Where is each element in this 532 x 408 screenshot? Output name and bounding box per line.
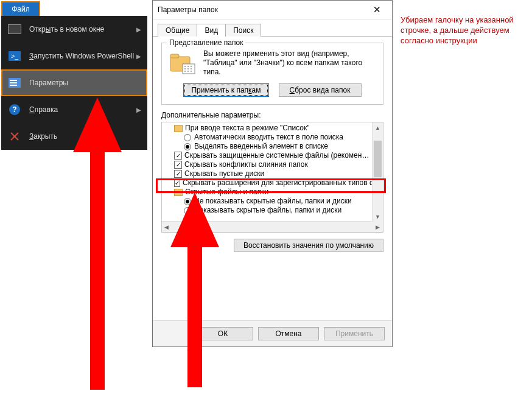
tree-radio[interactable]: Не показывать скрытые файлы, папки и дис… — [166, 197, 382, 206]
cancel-button[interactable]: Отмена — [258, 327, 319, 340]
checkbox-icon: ✓ — [174, 161, 182, 169]
close-icon — [7, 130, 22, 142]
restore-defaults-button[interactable]: Восстановить значения по умолчанию — [234, 239, 383, 252]
svg-point-13 — [187, 66, 189, 67]
submenu-chevron-icon: ▶ — [136, 26, 141, 33]
help-icon: ? — [7, 104, 22, 116]
tree-label: Не показывать скрытые файлы, папки и дис… — [194, 197, 352, 206]
menu-label: Справка — [29, 105, 58, 114]
tree-check[interactable]: ✓Скрывать пустые диски — [166, 169, 382, 178]
tree-label: Скрывать защищенные системные файлы (рек… — [184, 151, 369, 160]
advanced-label: Дополнительные параметры: — [161, 111, 383, 119]
menu-label: Запустить Windows PowerShell — [29, 52, 134, 60]
folder-views-group: Представление папок Вы можете применить … — [161, 43, 383, 105]
tree-node[interactable]: Скрытые файлы и папки — [166, 188, 382, 197]
scroll-up-icon[interactable]: ▲ — [373, 122, 383, 133]
svg-point-17 — [191, 68, 192, 69]
dialog-title: Параметры папок — [158, 5, 366, 14]
svg-rect-1 — [10, 80, 17, 81]
radio-icon — [184, 143, 191, 150]
checkbox-icon: ✓ — [174, 179, 180, 187]
tree-check[interactable]: ✓Скрывать защищенные системные файлы (ре… — [166, 151, 382, 160]
file-menu: Открыть в новом окне ▶ >_ Запустить Wind… — [1, 16, 147, 150]
tree-radio[interactable]: Выделять введенный элемент в списке — [166, 142, 382, 151]
tree-check-hide-extensions[interactable]: ✓Скрывать расширения для зарегистрирован… — [166, 178, 382, 188]
svg-rect-2 — [10, 82, 17, 83]
dialog-buttons: ОК Отмена Применить — [153, 320, 392, 346]
tabs: Общие Вид Поиск — [153, 22, 392, 37]
menu-item-help[interactable]: ? Справка ▶ — [1, 96, 147, 123]
tab-general[interactable]: Общие — [158, 24, 197, 37]
tab-search[interactable]: Поиск — [225, 24, 261, 37]
tree-label: При вводе текста в режиме "Список" — [185, 124, 310, 133]
tree-radio[interactable]: Показывать скрытые файлы, папки и диски — [166, 206, 382, 215]
scroll-down-icon[interactable]: ▼ — [373, 211, 383, 222]
window-icon — [7, 23, 22, 35]
svg-point-18 — [191, 71, 192, 72]
apply-to-folders-button[interactable]: Применить к папкам — [183, 83, 268, 97]
radio-icon — [184, 134, 191, 141]
scrollbar[interactable]: ▲ ▼ ▶ — [372, 122, 383, 232]
folder-icon — [174, 125, 183, 132]
tree-node[interactable]: При вводе текста в режиме "Список" — [166, 124, 382, 133]
svg-rect-3 — [10, 85, 17, 86]
submenu-chevron-icon: ▶ — [136, 107, 141, 113]
advanced-settings-tree[interactable]: При вводе текста в режиме "Список" Автом… — [161, 122, 383, 233]
tree-radio[interactable]: Автоматически вводить текст в поле поиск… — [166, 133, 382, 142]
tree-label: Автоматически вводить текст в поле поиск… — [194, 133, 343, 142]
svg-point-11 — [184, 68, 186, 69]
svg-point-14 — [187, 68, 189, 69]
menu-item-close[interactable]: Закрыть — [1, 123, 147, 150]
ok-button[interactable]: ОК — [192, 327, 253, 340]
folder-options-dialog: Параметры папок ✕ Общие Вид Поиск Предст… — [152, 0, 393, 347]
folder-views-icon — [168, 49, 197, 79]
tree-label: Скрывать пустые диски — [184, 169, 264, 178]
tree-label: Скрытые файлы и папки — [185, 188, 268, 197]
close-button[interactable]: ✕ — [366, 4, 387, 15]
menu-label: Открыть в новом окне — [29, 25, 104, 33]
scroll-thumb[interactable] — [374, 141, 382, 177]
group-text: Вы можете применить этот вид (например, … — [203, 49, 377, 79]
tree-label: Выделять введенный элемент в списке — [194, 142, 328, 151]
svg-point-10 — [184, 66, 186, 67]
menu-item-parameters[interactable]: Параметры — [1, 69, 147, 96]
annotation-note: Убираем галочку на указанной строчке, а … — [401, 15, 522, 46]
checkbox-icon: ✓ — [174, 170, 182, 178]
tree-label: Показывать скрытые файлы, папки и диски — [194, 206, 341, 215]
tree-check[interactable]: ✓Скрывать конфликты слияния папок — [166, 160, 382, 169]
svg-point-16 — [191, 66, 192, 67]
file-button[interactable]: Файл — [1, 1, 40, 17]
powershell-icon: >_ — [7, 50, 22, 62]
checkbox-icon: ✓ — [174, 152, 182, 160]
tree-label: Скрывать конфликты слияния папок — [184, 160, 308, 169]
menu-item-open[interactable]: Открыть в новом окне ▶ — [1, 16, 147, 43]
tree-label: Скрывать расширения для зарегистрированн… — [183, 178, 383, 188]
radio-icon — [184, 198, 191, 205]
radio-icon — [184, 207, 191, 214]
tab-view[interactable]: Вид — [197, 24, 226, 37]
apply-button[interactable]: Применить — [324, 327, 385, 340]
group-legend: Представление папок — [167, 38, 245, 47]
folder-icon — [174, 189, 183, 196]
submenu-chevron-icon: ▶ — [136, 53, 141, 60]
scroll-right-icon[interactable]: ▶ — [373, 222, 383, 232]
options-icon — [7, 77, 22, 89]
menu-label: Закрыть — [29, 132, 57, 141]
menu-item-powershell[interactable]: >_ Запустить Windows PowerShell ▶ — [1, 43, 147, 69]
reset-folders-button[interactable]: Сброс вида папок — [279, 83, 362, 97]
svg-rect-8 — [170, 54, 179, 58]
scrollbar-h[interactable]: ◀ — [162, 221, 373, 232]
svg-point-12 — [184, 71, 186, 72]
svg-point-15 — [187, 71, 189, 72]
menu-label: Параметры — [29, 79, 68, 87]
title-bar: Параметры папок ✕ — [153, 1, 392, 19]
